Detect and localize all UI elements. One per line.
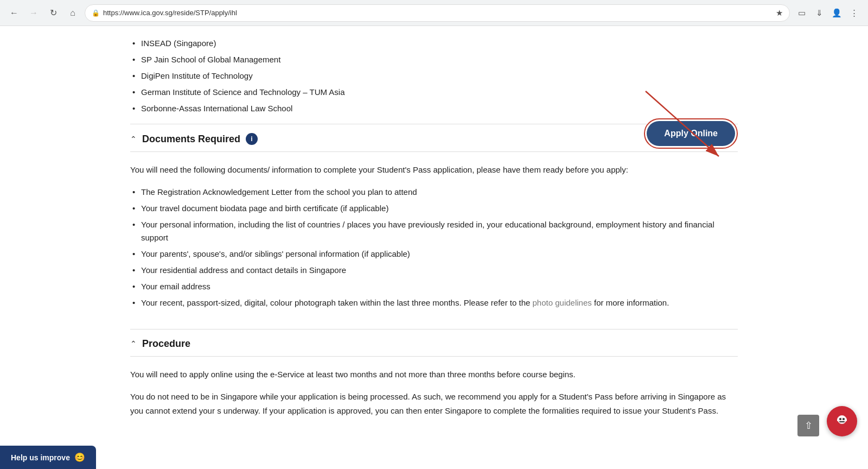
photo-guidelines-link[interactable]: photo guidelines xyxy=(533,298,592,307)
reload-button[interactable]: ↻ xyxy=(46,5,61,21)
procedure-section: ⌃ Procedure You will need to apply onlin… xyxy=(130,329,738,438)
documents-list: The Registration Acknowledgement Letter … xyxy=(130,186,738,309)
list-item: Sorbonne-Assas International Law School xyxy=(130,102,738,115)
chatbot-icon[interactable] xyxy=(827,406,857,436)
chatbot-svg xyxy=(833,413,851,430)
list-item: INSEAD (Singapore) xyxy=(130,37,738,50)
info-icon[interactable]: i xyxy=(246,133,258,145)
menu-button[interactable]: ⋮ xyxy=(846,5,861,21)
top-bullet-list: INSEAD (Singapore) SP Jain School of Glo… xyxy=(130,37,738,115)
scroll-top-button[interactable]: ⇧ xyxy=(797,415,819,436)
svg-point-4 xyxy=(839,418,841,420)
lock-icon: 🔒 xyxy=(92,9,100,17)
url-text: https://www.ica.gov.sg/reside/STP/apply/… xyxy=(103,9,773,17)
svg-rect-6 xyxy=(839,421,845,422)
list-item: Your personal information, including the… xyxy=(130,218,738,244)
documents-intro: You will need the following documents/ i… xyxy=(130,163,738,177)
procedure-text-2: You do not need to be in Singapore while… xyxy=(130,390,738,417)
list-item: The Registration Acknowledgement Letter … xyxy=(130,186,738,199)
list-item: Your email address xyxy=(130,280,738,293)
browser-actions: ▭ ⇓ 👤 ⋮ xyxy=(794,5,861,21)
apply-online-button[interactable]: Apply Online xyxy=(647,121,735,146)
list-item: SP Jain School of Global Management xyxy=(130,53,738,66)
list-item: German Institute of Science and Technolo… xyxy=(130,86,738,99)
forward-button[interactable]: → xyxy=(26,5,41,21)
procedure-collapse-chevron[interactable]: ⌃ xyxy=(130,339,137,348)
extensions-button[interactable]: ▭ xyxy=(794,5,809,21)
help-improve-button[interactable]: Help us improve 😊 xyxy=(0,446,96,459)
collapse-chevron[interactable]: ⌃ xyxy=(130,135,137,143)
documents-section-body: You will need the following documents/ i… xyxy=(130,152,738,329)
address-bar[interactable]: 🔒 https://www.ica.gov.sg/reside/STP/appl… xyxy=(85,4,790,22)
svg-point-5 xyxy=(843,418,845,420)
list-item: Your recent, passport-sized, digital, co… xyxy=(130,296,738,309)
documents-title: Documents Required xyxy=(142,134,240,145)
procedure-section-body: You will need to apply online using the … xyxy=(130,357,738,438)
list-item: Your parents', spouse's, and/or siblings… xyxy=(130,248,738,261)
svg-rect-8 xyxy=(845,419,847,421)
help-improve-label: Help us improve xyxy=(11,453,70,459)
profile-button[interactable]: 👤 xyxy=(829,5,844,21)
list-item: DigiPen Institute of Technology xyxy=(130,69,738,83)
star-icon[interactable]: ★ xyxy=(776,8,783,18)
browser-chrome: ← → ↻ ⌂ 🔒 https://www.ica.gov.sg/reside/… xyxy=(0,0,868,26)
list-item: Your residential address and contact det… xyxy=(130,264,738,277)
procedure-text-1: You will need to apply online using the … xyxy=(130,367,738,382)
apply-online-button-wrapper: Apply Online xyxy=(644,118,738,149)
procedure-section-header: ⌃ Procedure xyxy=(130,329,738,356)
svg-rect-7 xyxy=(837,419,839,421)
back-button[interactable]: ← xyxy=(7,5,22,21)
page-content: INSEAD (Singapore) SP Jain School of Glo… xyxy=(108,26,760,459)
procedure-title: Procedure xyxy=(142,338,190,350)
home-button[interactable]: ⌂ xyxy=(65,5,80,21)
list-item: Your travel document biodata page and bi… xyxy=(130,202,738,215)
smile-emoji: 😊 xyxy=(74,452,85,459)
download-button[interactable]: ⇓ xyxy=(812,5,827,21)
